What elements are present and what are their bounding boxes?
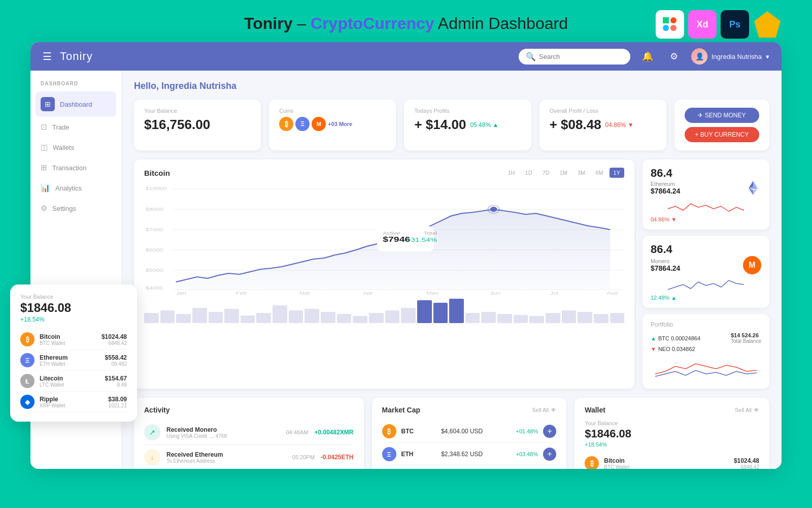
title-rest: Admin Dashboard <box>434 14 568 33</box>
profits-value: + $14.00 <box>414 117 466 133</box>
eth-logo <box>745 180 761 196</box>
svg-point-25 <box>490 207 497 212</box>
fc-value: $1846.08 <box>20 301 127 315</box>
vol-bar-highlight <box>433 303 448 323</box>
wallet-item-btc: ₿ Bitcoin BTC Wallet $1024.48 6848.42 <box>585 453 759 469</box>
dashboard-icon-box: ⊞ <box>41 97 55 111</box>
user-info[interactable]: 👤 Ingredia Nutrisha ▾ <box>691 48 769 65</box>
floating-balance-card: Your Balance $1846.08 +18.54% ₿ Bitcoin … <box>10 284 137 422</box>
vol-bar <box>546 313 560 323</box>
wallet-btc-sub-amount: 6848.42 <box>734 464 759 469</box>
eye-icon-wallet: 👁 <box>754 407 759 413</box>
fc-item-ltc: Ł Litecoin LTC Wallet $154.67 8.48 <box>20 371 127 392</box>
xmr-change: 12.48% ▲ <box>651 295 761 301</box>
bottom-row: Activity ↗ Received Monero Using VISA Cr… <box>134 398 769 469</box>
svg-text:$8000: $8000 <box>146 207 163 212</box>
chart-header: Bitcoin 1H 1D 7D 1M 3M 6M 1Y <box>144 168 624 178</box>
fc-item-xrp: ◈ Ripple XRP Wallet $38.09 1021.21 <box>20 392 127 412</box>
sidebar-item-settings[interactable]: ⚙ Settings <box>30 198 121 218</box>
vol-bar <box>401 308 416 323</box>
market-item-btc: ₿ BTC $4,604.00 USD +01.48% + <box>382 420 557 443</box>
fc-label: Your Balance <box>20 294 127 300</box>
fc-eth-sub: ETH Wallet <box>40 361 100 367</box>
activity-sub-1: Using VISA Credit .... 4768 <box>166 433 280 439</box>
vol-bar <box>241 315 255 323</box>
figma-icon <box>656 10 684 39</box>
market-eth-add-button[interactable]: + <box>543 448 556 461</box>
svg-marker-31 <box>753 188 758 195</box>
vol-bar <box>209 312 223 323</box>
fc-eth-icon: Ξ <box>20 353 35 367</box>
overall-label: Overall Profit / Loss <box>550 108 656 114</box>
notification-icon[interactable]: 🔔 <box>638 47 657 66</box>
activity-item-1: ↗ Received Monero Using VISA Credit ....… <box>144 420 354 445</box>
xd-icon: Xd <box>688 10 717 39</box>
logo: Toniry <box>60 50 93 63</box>
sidebar-item-wallets[interactable]: ◫ Wallets <box>30 137 121 157</box>
fc-eth-info: Ethereum ETH Wallet <box>40 354 100 367</box>
eth-change: 04.86% ▼ <box>651 216 761 223</box>
tab-6m[interactable]: 6M <box>591 168 607 178</box>
market-sell-all[interactable]: Sell All 👁 <box>532 407 556 413</box>
settings-icon-side: ⚙ <box>41 204 47 213</box>
fc-btc-info: Bitcoin BTC Wallet <box>40 333 96 346</box>
main-content: Hello, Ingredia Nutrisha Your Balance $1… <box>122 71 782 469</box>
activity-title: Activity <box>144 406 170 414</box>
portfolio-btc-row: ▲ BTC 0.00024864 $14 524.26 Total Balanc… <box>651 332 761 344</box>
svg-text:Total: Total <box>424 231 437 236</box>
profits-card: Todays Profits + $14.00 05.48% ▲ <box>404 100 531 150</box>
svg-text:Feb: Feb <box>236 291 247 295</box>
sidebar-item-trade[interactable]: ⊡ Trade <box>30 117 121 137</box>
portfolio-total-label: Total Balance <box>731 338 761 344</box>
activity-sub-2: To Ethereum Address <box>166 458 286 464</box>
send-money-button[interactable]: ✈ SEND MONEY <box>685 108 759 123</box>
vol-bar <box>224 309 239 323</box>
wallet-btc-sub: BTC Wallet <box>604 464 729 469</box>
tab-1d[interactable]: 1D <box>521 168 536 178</box>
svg-text:Mar: Mar <box>299 291 311 295</box>
title-dash: – <box>292 14 311 33</box>
fc-ltc-name: Litecoin <box>40 375 100 382</box>
xmr-name: Monero <box>651 258 680 264</box>
vol-bar <box>192 308 207 323</box>
tab-1h[interactable]: 1H <box>504 168 519 178</box>
wallet-btc-icon: ₿ <box>585 456 599 469</box>
sidebar-item-dashboard[interactable]: ⊞ Dashboard <box>36 91 116 117</box>
chevron-down-icon: ▾ <box>766 53 769 60</box>
tab-7d[interactable]: 7D <box>538 168 554 178</box>
greeting-prefix: Hello, <box>134 81 159 91</box>
wallet-sell-all[interactable]: Sell All 👁 <box>735 407 759 413</box>
chart-area: $10000 $8000 $7000 $6000 $5000 $4000 <box>144 183 624 295</box>
coin-icons: ₿ Ξ M +03 More <box>279 117 386 131</box>
eth-info: 86.4 Ethereum $7864.24 <box>651 167 761 223</box>
market-btc-add-button[interactable]: + <box>543 425 556 438</box>
hamburger-icon[interactable]: ☰ <box>43 50 52 62</box>
fc-btc-name: Bitcoin <box>40 333 96 340</box>
overall-card: Overall Profit / Loss + $08.48 04.86% ▼ <box>539 100 666 150</box>
buy-currency-button[interactable]: + BUY CURRENCY <box>685 127 759 142</box>
tab-3m[interactable]: 3M <box>573 168 589 178</box>
activity-time-2: 05:20PM <box>292 454 315 460</box>
sidebar-item-analytics[interactable]: 📊 Analytics <box>30 178 121 198</box>
transaction-icon: ⊞ <box>41 163 47 172</box>
settings-icon[interactable]: ⚙ <box>665 47 683 66</box>
tab-1m[interactable]: 1M <box>556 168 571 178</box>
tab-1y[interactable]: 1Y <box>610 168 624 178</box>
activity-details-1: Received Monero Using VISA Credit .... 4… <box>166 426 280 439</box>
search-input[interactable] <box>539 53 623 60</box>
svg-marker-32 <box>749 188 753 195</box>
activity-item-2: ↓ Received Ethereum To Ethereum Address … <box>144 445 354 469</box>
vol-bar <box>353 316 367 323</box>
middle-row: Bitcoin 1H 1D 7D 1M 3M 6M 1Y <box>134 160 769 389</box>
monero-card: 86.4 Monero $7864.24 M <box>642 236 769 308</box>
market-eth-name: ETH <box>401 451 436 458</box>
search-bar[interactable]: 🔍 <box>519 49 630 65</box>
fc-ltc-sub: LTC Wallet <box>40 382 100 388</box>
trade-icon: ⊡ <box>41 122 47 132</box>
sidebar-item-transaction[interactable]: ⊞ Transaction <box>30 157 121 178</box>
ethereum-card: 86.4 Ethereum $7864.24 <box>642 160 769 230</box>
fc-eth-name: Ethereum <box>40 354 100 361</box>
balance-label: Your Balance <box>144 108 251 114</box>
balance-value: $16,756.00 <box>144 117 251 133</box>
svg-text:Aug: Aug <box>606 291 618 295</box>
